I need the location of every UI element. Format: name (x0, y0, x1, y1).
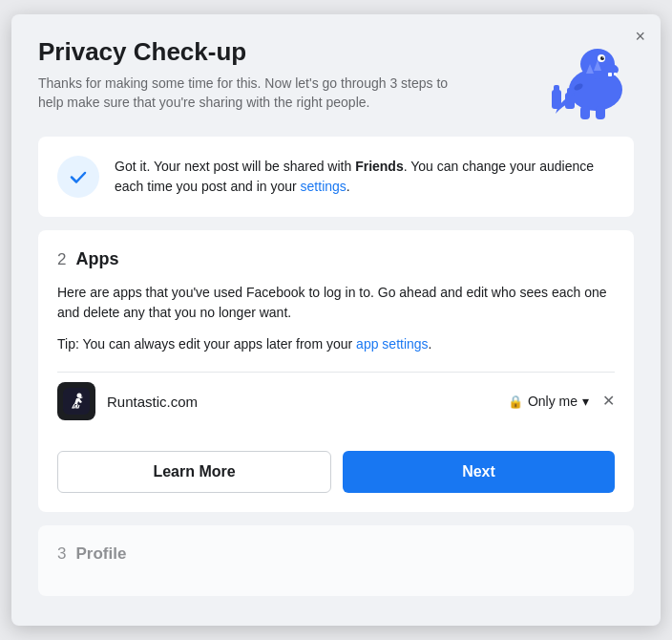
header-illustration (538, 37, 634, 123)
step1-text: Got it. Your next post will be shared wi… (115, 157, 615, 197)
svg-rect-8 (580, 106, 590, 119)
app-name: Runtastic.com (107, 394, 198, 410)
step3-header: 3 Profile (57, 544, 615, 564)
svg-rect-9 (596, 106, 605, 119)
svg-rect-16 (567, 88, 573, 96)
next-button[interactable]: Next (343, 451, 615, 493)
header-text-area: Privacy Check-up Thanks for making some … (38, 37, 538, 112)
app-settings-link[interactable]: app settings (356, 336, 429, 352)
chevron-down-icon: ▾ (582, 394, 589, 409)
step2-title: Apps (75, 249, 118, 269)
privacy-checkup-modal: × Privacy Check-up Thanks for making som… (11, 14, 661, 626)
modal-title: Privacy Check-up (38, 37, 538, 67)
step2-tip: Tip: You can always edit your apps later… (57, 334, 615, 354)
close-button[interactable]: × (635, 28, 645, 45)
app-left: Runtastic.com (57, 382, 198, 420)
app-right: 🔒 Only me ▾ ✕ (508, 394, 615, 409)
svg-point-5 (602, 56, 604, 58)
step2-header: 2 Apps (57, 249, 615, 269)
step2-number: 2 (57, 250, 66, 269)
svg-rect-6 (608, 73, 612, 76)
step3-card: 3 Profile (38, 525, 634, 596)
learn-more-button[interactable]: Learn More (57, 451, 331, 493)
settings-link[interactable]: settings (301, 179, 346, 194)
step1-card: Got it. Your next post will be shared wi… (38, 137, 634, 217)
app-row: Runtastic.com 🔒 Only me ▾ ✕ (57, 372, 615, 430)
svg-rect-7 (614, 73, 617, 75)
lock-icon: 🔒 (508, 395, 523, 409)
audience-label: Only me (528, 394, 578, 409)
svg-point-18 (77, 394, 82, 398)
app-icon (57, 382, 95, 420)
audience-selector[interactable]: 🔒 Only me ▾ (508, 394, 589, 409)
modal-subtitle: Thanks for making some time for this. No… (38, 75, 449, 112)
modal-header: Privacy Check-up Thanks for making some … (38, 37, 634, 123)
remove-app-button[interactable]: ✕ (602, 394, 615, 409)
step2-card: 2 Apps Here are apps that you've used Fa… (38, 230, 634, 512)
buttons-row: Learn More Next (57, 451, 615, 493)
svg-rect-14 (554, 85, 559, 93)
step2-description: Here are apps that you've used Facebook … (57, 283, 615, 323)
step3-title: Profile (75, 544, 126, 564)
step3-number: 3 (57, 544, 66, 564)
checkmark-circle (57, 156, 99, 198)
